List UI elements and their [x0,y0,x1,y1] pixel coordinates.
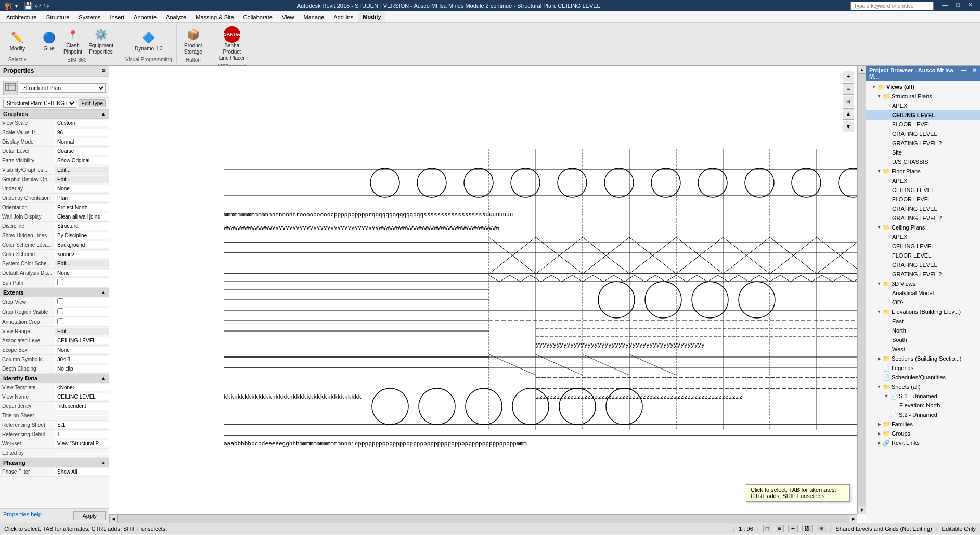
minimize-btn[interactable]: — [939,2,951,10]
vscroll-up-btn[interactable]: ▲ [858,66,866,74]
tree-item-schedules[interactable]: 📄 Schedules/Quantities [866,373,980,382]
tree-item-grating-level-2-1[interactable]: GRATING LEVEL 2 [866,138,980,148]
tree-item-east[interactable]: East [866,316,980,326]
graphic-display-btn[interactable]: Edit... [55,176,109,183]
floor-plans-toggle[interactable]: ▼ [875,168,883,175]
tree-item-structural-plans[interactable]: ▼ 📁 Structural Plans [866,92,980,101]
tree-item-groups[interactable]: ▶ 📁 Groups [866,429,980,438]
view-range-btn[interactable]: Edit... [55,328,109,335]
tree-item-fp-grating2[interactable]: GRATING LEVEL 2 [866,213,980,223]
annotation-crop-checkbox[interactable] [57,318,63,324]
tree-item-s1[interactable]: ▼ 📄 S.1 - Unnamed [866,391,980,401]
tree-item-site[interactable]: Site [866,148,980,157]
select-group-label[interactable]: Select ▾ [8,57,27,62]
clash-pinpoint-button[interactable]: 📍 ClashPinpoint [61,25,84,56]
vscroll-down-btn[interactable]: ▼ [858,506,866,514]
menu-modify[interactable]: Modify [358,12,385,22]
tree-item-cp-floor[interactable]: FLOOR LEVEL [866,251,980,260]
menu-massing[interactable]: Massing & Site [191,13,238,21]
pan-down-btn[interactable]: ▼ [843,121,854,132]
zoom-in-btn[interactable]: + [843,71,854,82]
tree-item-sheets[interactable]: ▼ 📁 Sheets (all) [866,382,980,391]
canvas-vscroll[interactable]: ▲ ▼ [857,66,866,514]
glue-button[interactable]: 🔵 Glue [38,28,59,53]
equipment-properties-button[interactable]: ⚙️ EquipmentProperties [86,25,115,56]
tree-item-ceiling-level-1[interactable]: CEILING LEVEL [866,110,980,120]
tree-item-north[interactable]: North [866,326,980,335]
tree-item-3d-views[interactable]: ▼ 📁 3D Views [866,279,980,288]
crop-view-checkbox[interactable] [57,298,63,304]
tree-item-cp-apex[interactable]: APEX [866,232,980,241]
browser-minimize-btn[interactable]: — [961,67,966,80]
sun-path-checkbox[interactable] [57,279,63,285]
schedules-toggle[interactable] [875,374,883,381]
product-storage-button[interactable]: 📦 ProductStorage [182,25,204,56]
tree-item-floor-plans[interactable]: ▼ 📁 Floor Plans [866,167,980,176]
type-dropdown[interactable]: Structural Plan [20,83,106,93]
menu-systems[interactable]: Systems [74,13,105,21]
tree-item-views-all[interactable]: ▼ 📁 Views (all) [866,82,980,92]
tree-item-south[interactable]: South [866,335,980,345]
search-input-bar[interactable] [847,2,937,10]
tree-item-elevation-north[interactable]: Elevation: North [866,401,980,410]
tree-item-ceiling-plans[interactable]: ▼ 📁 Ceiling Plans [866,223,980,232]
browser-close-btn[interactable]: ✕ [972,67,977,80]
vscroll-track[interactable] [858,74,866,506]
hscroll-track[interactable] [118,515,849,523]
browser-restore-btn[interactable]: □ [968,67,971,80]
view-dropdown[interactable]: Structural Plan: CEILING LEVE [3,99,76,108]
elevations-toggle[interactable]: ▼ [875,308,883,315]
thin-lines-btn[interactable]: ≡ [776,525,784,532]
tree-item-grating-level-1[interactable]: GRATING LEVEL [866,129,980,138]
menu-view[interactable]: View [278,13,299,21]
tree-item-cp-grating[interactable]: GRATING LEVEL [866,260,980,270]
menu-architecture[interactable]: Architecture [2,13,41,21]
tree-item-elevations[interactable]: ▼ 📁 Elevations (Building Elev...) [866,307,980,316]
phasing-section-header[interactable]: Phasing ▲ [0,458,109,467]
revit-links-toggle[interactable]: ▶ [875,439,883,447]
families-toggle[interactable]: ▶ [875,421,883,428]
ceiling-plans-toggle[interactable]: ▼ [875,224,883,231]
tree-item-us-chassis[interactable]: U/S CHASSIS [866,157,980,167]
tree-item-families[interactable]: ▶ 📁 Families [866,419,980,429]
menu-annotate[interactable]: Annotate [130,13,161,21]
tree-item-fp-ceiling[interactable]: CEILING LEVEL [866,185,980,195]
drawing-canvas[interactable]: mmmmmmmmmmmmnnnnnnnnnrooooooooocpppppppp… [109,66,866,523]
sections-toggle[interactable]: ▶ [875,355,883,362]
properties-help-link[interactable]: Properties help [3,511,42,517]
tree-item-s2[interactable]: 📄 S.2 - Unnamed [866,410,980,419]
crop-region-checkbox[interactable] [57,308,63,314]
tree-item-west[interactable]: West [866,345,980,354]
dynamo-button[interactable]: 🔷 Dynamo 1.3 [133,28,165,53]
menu-collaborate[interactable]: Collaborate [239,13,277,21]
shadows-btn[interactable]: ☀ [788,525,798,532]
properties-apply-button[interactable]: Apply [73,511,106,520]
zoom-out-btn[interactable]: − [843,83,854,95]
menu-addins[interactable]: Add-Ins [329,13,357,21]
tree-item-legends[interactable]: 📄 Legends [866,363,980,373]
structural-plans-toggle[interactable]: ▼ [875,93,883,100]
tree-item-sections[interactable]: ▶ 📁 Sections (Building Sectio...) [866,354,980,363]
tree-item-fp-grating[interactable]: GRATING LEVEL [866,204,980,213]
renderings-btn[interactable]: 🖼 [802,525,813,532]
menu-manage[interactable]: Manage [300,13,329,21]
tree-item-3d[interactable]: {3D} [866,298,980,307]
hscroll-right-btn[interactable]: ▶ [849,515,857,523]
zoom-fit-btn[interactable]: ⊞ [843,96,854,107]
3d-views-toggle[interactable]: ▼ [875,280,883,287]
canvas-hscroll[interactable]: ◀ ▶ [109,514,857,523]
menu-analyze[interactable]: Analyze [162,13,190,21]
maximize-btn[interactable]: □ [953,2,963,10]
tree-item-floor-level-1[interactable]: FLOOR LEVEL [866,120,980,129]
tree-item-fp-floor[interactable]: FLOOR LEVEL [866,195,980,204]
system-color-btn[interactable]: Edit... [55,260,109,267]
graphics-section-header[interactable]: Graphics ▲ [0,109,109,119]
model-view-toggle[interactable]: □ [763,525,771,532]
work-plane-btn[interactable]: ⊞ [817,525,826,532]
pan-up-btn[interactable]: ▲ [843,108,854,120]
menu-structure[interactable]: Structure [42,13,74,21]
window-controls[interactable]: — □ ✕ [847,2,976,10]
menu-insert[interactable]: Insert [106,13,129,21]
visibility-graphics-btn[interactable]: Edit... [55,167,109,173]
tree-item-cp-grating2[interactable]: GRATING LEVEL 2 [866,270,980,279]
